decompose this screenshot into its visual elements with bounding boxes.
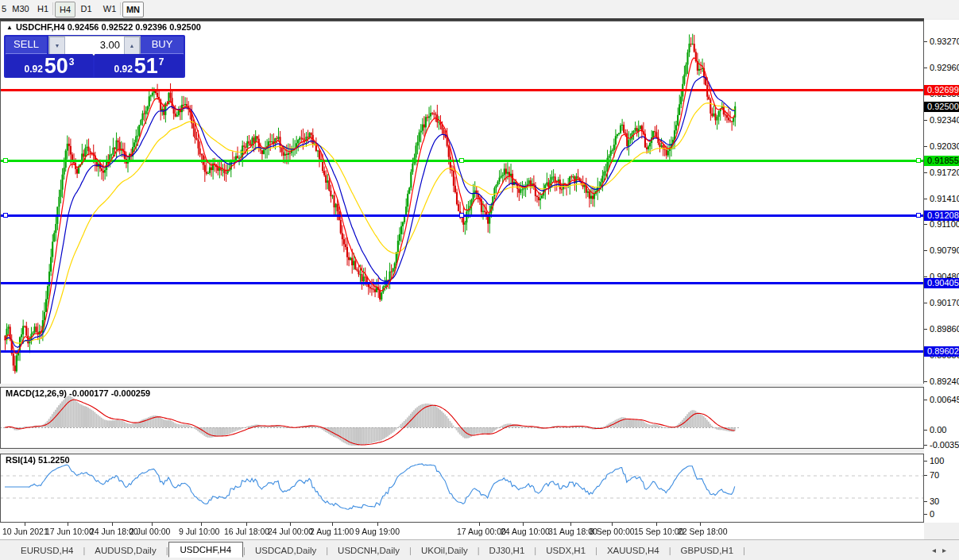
rsi-axis-tick — [924, 514, 927, 515]
timeframe-button-5[interactable]: 5 — [0, 2, 8, 16]
timeframe-button-mn[interactable]: MN — [122, 2, 144, 17]
price-level-label: 0.90405 — [924, 278, 959, 288]
volume-increase-button[interactable]: ▲ — [124, 37, 140, 55]
price-tick-tick — [924, 303, 927, 303]
toolbar-separator — [120, 2, 121, 15]
time-tick — [68, 523, 68, 526]
price-tick-tick — [924, 250, 927, 251]
chart-tab-eurusd[interactable]: EURUSD,H4 — [11, 543, 83, 558]
price-tick-tick — [924, 68, 927, 68]
chart-symbol-label: USDCHF,H4 — [16, 22, 65, 32]
sell-button[interactable]: SELL — [6, 37, 47, 55]
time-tick — [570, 523, 571, 526]
macd-indicator-label: MACD(12,26,9) -0.000177 -0.000259 — [6, 388, 150, 398]
price-tick-label: 0.89240 — [930, 377, 959, 386]
price-tick-tick — [924, 120, 927, 121]
macd-axis-tick — [924, 430, 927, 431]
chart-tab-usdx[interactable]: USDX,H1 — [536, 543, 595, 558]
buy-button[interactable]: BUY — [141, 37, 184, 55]
price-tick-label: 0.90170 — [930, 298, 959, 307]
chart-ohlc-header: ▲USDCHF,H4 0.92456 0.92522 0.92396 0.925… — [6, 22, 201, 32]
rsi-axis-label: 100 — [930, 456, 944, 465]
time-tick-label: 17 Aug 00:00 — [457, 527, 506, 536]
one-click-trade-panel: SELL ▼ 3.00 ▲ BUY 0.92 50 3 0.92 51 7 — [4, 35, 185, 78]
rsi-axis-tick — [924, 475, 927, 476]
macd-axis-label: -0.003507 — [930, 440, 959, 450]
price-tick-label: 0.92960 — [930, 63, 959, 72]
chart-tab-audusd[interactable]: AUDUSD,Daily — [85, 543, 165, 558]
collapse-triangle-icon[interactable]: ▲ — [6, 24, 13, 31]
time-tick — [700, 523, 701, 526]
buy-price-display[interactable]: 0.92 51 7 — [95, 54, 184, 77]
timeframe-button-h4[interactable]: H4 — [55, 2, 75, 17]
chart-tab-gbpusd[interactable]: GBPUSD,H1 — [671, 543, 743, 558]
price-tick-tick — [924, 172, 927, 173]
timeframe-button-m30[interactable]: M30 — [10, 2, 32, 16]
price-tick-label: 0.89860 — [930, 324, 959, 334]
rsi-axis-tick — [924, 461, 927, 462]
time-tick-label: 9 Aug 19:00 — [355, 527, 400, 536]
time-tick-label: 15 Sep 10:00 — [634, 527, 683, 536]
time-tick — [201, 523, 202, 526]
chart-tab-usdcad[interactable]: USDCAD,Daily — [246, 543, 326, 558]
buy-price-base: 0.92 — [114, 64, 132, 75]
tab-scroll-left-icon[interactable]: ◂ — [932, 546, 942, 554]
time-tick-label: 22 Sep 18:00 — [678, 527, 727, 536]
price-tick-label: 0.93270 — [930, 37, 959, 46]
time-tick — [612, 523, 613, 526]
time-tick-label: 17 Jun 10:00 — [45, 527, 94, 536]
rsi-axis-tick — [924, 501, 927, 502]
rsi-panel-canvas[interactable] — [0, 454, 924, 523]
time-tick-label: 16 Jul 18:00 — [224, 527, 269, 536]
macd-axis-label: 0.006451 — [930, 395, 959, 404]
time-tick-label: 24 Aug 10:00 — [501, 527, 550, 536]
macd-axis-label: 0.00 — [930, 425, 946, 434]
rsi-indicator-label: RSI(14) 51.2250 — [6, 455, 70, 465]
chart-tab-ukoil[interactable]: UKOil,Daily — [412, 543, 478, 558]
time-axis[interactable]: 10 Jun 202117 Jun 10:0024 Jun 18:002 Jul… — [0, 523, 924, 539]
chart-tab-usdchf[interactable]: USDCHF,H4 — [168, 542, 244, 558]
price-tick-label: 0.90790 — [930, 245, 959, 255]
price-axis[interactable]: 0.932700.929600.926500.923400.920300.917… — [924, 20, 959, 523]
price-level-label: 0.92500 — [924, 102, 959, 112]
volume-decrease-button[interactable]: ▼ — [49, 37, 65, 55]
buy-price-big: 51 — [134, 56, 158, 77]
rsi-axis-label: 70 — [930, 470, 939, 480]
chart-ohlc-values: 0.92456 0.92522 0.92396 0.92500 — [68, 22, 201, 32]
timeframe-button-w1[interactable]: W1 — [100, 2, 119, 16]
tab-scroll-right-icon[interactable]: ▸ — [942, 546, 953, 554]
timeframe-toolbar: 5M30H1H4D1W1MN — [0, 0, 959, 18]
price-tick-tick — [924, 146, 927, 147]
price-tick-tick — [924, 224, 927, 225]
time-tick — [523, 523, 524, 526]
buy-price-sup: 7 — [159, 56, 164, 68]
sell-price-big: 50 — [44, 56, 68, 77]
time-tick — [246, 523, 247, 526]
macd-axis-tick — [924, 445, 927, 446]
timeframe-button-d1[interactable]: D1 — [78, 2, 95, 16]
price-tick-tick — [924, 276, 927, 277]
price-tick-tick — [924, 381, 927, 382]
tab-scroll-arrows: ◂▸ — [932, 546, 953, 554]
macd-axis-tick — [924, 400, 927, 400]
time-tick-label: 24 Jul 00:00 — [268, 527, 313, 536]
time-tick — [656, 523, 657, 526]
time-tick-label: 2 Jul 00:00 — [130, 527, 170, 536]
rsi-axis-label: 30 — [930, 496, 939, 506]
price-tick-label: 0.91410 — [930, 194, 959, 203]
price-tick-label: 0.92030 — [930, 141, 959, 151]
chart-tab-xauusd[interactable]: XAUUSD,H4 — [597, 543, 669, 558]
time-tick-label: 2 Aug 11:00 — [310, 527, 354, 536]
sell-price-display[interactable]: 0.92 50 3 — [6, 54, 93, 77]
chart-tab-dj30[interactable]: DJ30,H1 — [480, 543, 535, 558]
timeframe-button-h1[interactable]: H1 — [35, 2, 51, 16]
time-tick — [332, 523, 333, 526]
volume-input[interactable]: 3.00 — [65, 37, 124, 55]
time-tick-label: 10 Jun 2021 — [2, 527, 48, 536]
toolbar-separator — [52, 2, 53, 15]
price-tick-tick — [924, 329, 927, 330]
price-tick-label: 0.91100 — [930, 219, 959, 229]
chart-tab-usdcnh[interactable]: USDCNH,Daily — [328, 543, 409, 558]
price-tick-tick — [924, 199, 927, 199]
time-tick — [25, 523, 25, 526]
